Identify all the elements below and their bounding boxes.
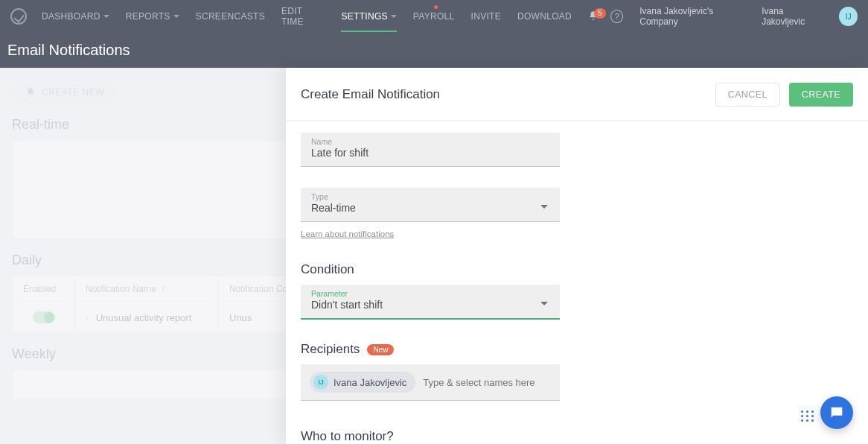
nav-reports[interactable]: REPORTS (126, 11, 179, 22)
create-new-label: CREATE NEW (42, 87, 104, 98)
recipients-heading: Recipients New (301, 342, 560, 357)
nav-label: DASHBOARD (42, 11, 100, 22)
bell-icon (25, 86, 36, 98)
recipient-avatar: IJ (313, 375, 328, 390)
user-avatar[interactable]: IJ (839, 7, 858, 26)
col-enabled[interactable]: Enabled (13, 276, 75, 302)
chevron-right-icon: › (86, 313, 89, 322)
company-switcher[interactable]: Ivana Jakovljevic's Company (639, 6, 748, 27)
nav-dashboard[interactable]: DASHBOARD (42, 11, 109, 22)
create-button[interactable]: CREATE (789, 83, 853, 107)
recipient-chip[interactable]: IJ Ivana Jakovljevic (310, 372, 415, 393)
enabled-toggle[interactable] (33, 311, 55, 323)
name-field[interactable]: Name Late for shift (301, 133, 560, 167)
nav-settings[interactable]: SETTINGS (341, 11, 396, 31)
nav-label: EDIT TIME (281, 6, 325, 27)
nav-screencasts[interactable]: SCREENCASTS (196, 11, 265, 22)
chat-fab[interactable] (820, 396, 853, 429)
app-logo-icon[interactable] (10, 8, 27, 25)
nav-label: SETTINGS (341, 11, 387, 22)
monitor-heading: Who to monitor? (301, 429, 560, 444)
type-value: Real-time (311, 202, 549, 215)
nav-label: REPORTS (126, 11, 170, 22)
nav-label: SCREENCASTS (196, 11, 265, 22)
recipients-input[interactable] (423, 377, 551, 388)
type-label: Type (311, 192, 549, 201)
create-new-button[interactable]: CREATE NEW (12, 80, 118, 105)
user-menu[interactable]: Ivana Jakovljevic (762, 6, 826, 27)
condition-heading: Condition (301, 262, 560, 277)
row-cond: Unus (229, 312, 252, 323)
parameter-value: Didn't start shift (311, 299, 549, 312)
drag-handle-icon[interactable] (801, 410, 814, 422)
parameter-select[interactable]: Parameter Didn't start shift (301, 285, 560, 320)
help-icon[interactable]: ? (610, 10, 623, 23)
nav-label: PAYROLL (413, 11, 455, 22)
nav-edit-time[interactable]: EDIT TIME (281, 6, 325, 27)
create-notification-panel: Create Email Notification CANCEL CREATE … (286, 68, 868, 444)
recipient-name: Ivana Jakovljevic (334, 377, 406, 388)
bell-count-badge: 5 (594, 8, 606, 19)
type-select[interactable]: Type Real-time (301, 188, 560, 222)
chat-icon (829, 405, 845, 421)
nav-download[interactable]: DOWNLOAD (517, 11, 572, 22)
name-value: Late for shift (311, 147, 549, 160)
recipients-field[interactable]: IJ Ivana Jakovljevic (301, 364, 560, 401)
page-title-bar: Email Notifications (0, 33, 868, 68)
sort-asc-icon: ↑ (161, 284, 165, 294)
nav-invite[interactable]: INVITE (471, 11, 501, 22)
chevron-down-icon (391, 15, 397, 18)
nav-label: INVITE (471, 11, 501, 22)
row-name: Unusual activity report (96, 312, 192, 323)
page-title: Email Notifications (7, 42, 130, 59)
col-name[interactable]: Notification Name ↑ (75, 276, 219, 302)
new-badge: New (367, 344, 394, 355)
panel-header: Create Email Notification CANCEL CREATE (286, 68, 868, 121)
chevron-down-icon (173, 15, 179, 18)
parameter-label: Parameter (311, 289, 549, 298)
nav-label: DOWNLOAD (517, 11, 572, 22)
name-label: Name (311, 137, 549, 146)
nav-payroll[interactable]: PAYROLL (413, 11, 455, 22)
learn-notifications-link[interactable]: Learn about notifications (301, 229, 394, 238)
panel-title: Create Email Notification (301, 87, 440, 102)
top-navigation: DASHBOARD REPORTS SCREENCASTS EDIT TIME … (0, 0, 868, 33)
cancel-button[interactable]: CANCEL (715, 83, 780, 107)
chevron-down-icon (103, 15, 109, 18)
notifications-bell[interactable]: 5 (588, 10, 599, 24)
